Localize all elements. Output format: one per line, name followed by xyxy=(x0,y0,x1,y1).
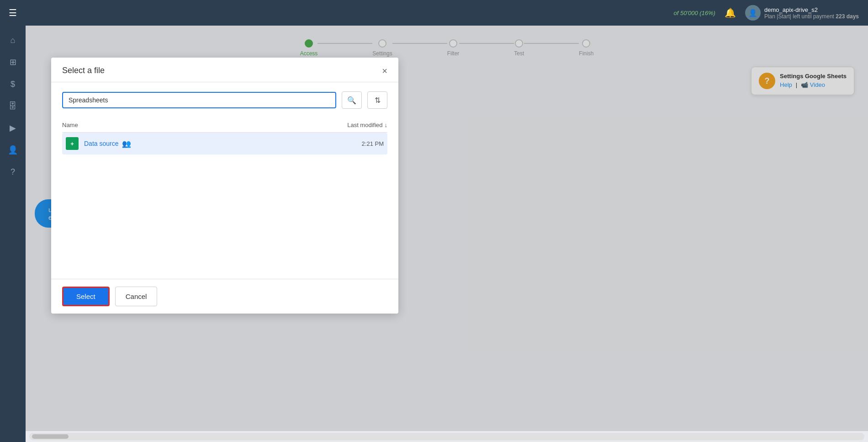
sidebar-item-billing[interactable]: $ xyxy=(3,74,23,94)
sort-icon: ⇅ xyxy=(375,96,381,105)
dialog-header: Select a file × xyxy=(51,58,398,82)
search-input-wrap xyxy=(62,92,336,108)
profile-icon: 👤 xyxy=(8,145,18,155)
content-area: Access Settings Filter Test xyxy=(26,26,868,442)
menu-icon: ☰ xyxy=(9,7,17,18)
dialog-body: 🔍 ⇅ Name Last modified ↓ xyxy=(51,82,398,279)
shared-icon: 👥 xyxy=(122,139,131,148)
hamburger-menu[interactable]: ☰ xyxy=(0,0,26,26)
plan-info: Plan |Start| left until payment 223 days xyxy=(764,13,859,20)
search-input[interactable] xyxy=(62,92,336,108)
sort-button[interactable]: ⇅ xyxy=(367,91,387,109)
file-spreadsheet-icon: + xyxy=(66,137,79,150)
select-button[interactable]: Select xyxy=(62,287,110,306)
dialog-footer: Select Cancel xyxy=(51,279,398,314)
dialog-close-button[interactable]: × xyxy=(382,66,387,75)
sort-arrow-icon: ↓ xyxy=(385,122,388,128)
billing-icon: $ xyxy=(11,80,15,89)
sidebar-item-sources[interactable]: 🗄 xyxy=(3,96,23,116)
user-info: demo_apix-drive_s2 Plan |Start| left unt… xyxy=(764,6,859,20)
avatar-icon: 👤 xyxy=(748,9,757,17)
username: demo_apix-drive_s2 xyxy=(764,6,859,13)
file-name: Data source 👥 xyxy=(84,139,329,148)
scrollbar-thumb[interactable] xyxy=(32,434,69,439)
home-icon: ⌂ xyxy=(11,36,16,45)
dialog-title: Select a file xyxy=(62,66,105,75)
dialog-overlay: Select a file × 🔍 xyxy=(26,26,868,431)
sidebar: ⌂ ⊞ $ 🗄 ▶ 👤 ? xyxy=(0,26,26,442)
search-row: 🔍 ⇅ xyxy=(62,91,387,109)
avatar: 👤 xyxy=(745,5,761,21)
cancel-button[interactable]: Cancel xyxy=(115,287,158,306)
file-list-header: Name Last modified ↓ xyxy=(62,118,387,133)
usage-stats: of 50'000 (16%) xyxy=(674,10,715,16)
topbar: ☰ of 50'000 (16%) 🔔 👤 demo_apix-drive_s2… xyxy=(0,0,868,26)
sidebar-item-home[interactable]: ⌂ xyxy=(3,30,23,50)
file-list: + Data source 👥 2:21 PM xyxy=(62,133,387,270)
search-icon: 🔍 xyxy=(347,96,356,105)
sidebar-item-integrations[interactable]: ⊞ xyxy=(3,52,23,72)
notification-bell[interactable]: 🔔 xyxy=(725,7,736,18)
page-background: Access Settings Filter Test xyxy=(26,26,868,431)
search-button[interactable]: 🔍 xyxy=(342,91,362,109)
column-modified[interactable]: Last modified ↓ xyxy=(347,122,387,128)
help-icon: ? xyxy=(11,167,15,177)
integrations-icon: ⊞ xyxy=(10,57,16,67)
horizontal-scrollbar[interactable] xyxy=(29,433,864,440)
column-name: Name xyxy=(62,122,347,128)
topbar-right: of 50'000 (16%) 🔔 👤 demo_apix-drive_s2 P… xyxy=(674,5,859,21)
sidebar-item-profile[interactable]: 👤 xyxy=(3,140,23,160)
sidebar-item-help[interactable]: ? xyxy=(3,162,23,182)
file-modified-time: 2:21 PM xyxy=(329,140,384,147)
user-menu[interactable]: 👤 demo_apix-drive_s2 Plan |Start| left u… xyxy=(745,5,859,21)
file-row[interactable]: + Data source 👥 2:21 PM xyxy=(62,133,387,154)
sources-icon: 🗄 xyxy=(9,101,17,111)
file-select-dialog: Select a file × 🔍 xyxy=(51,58,398,314)
media-icon: ▶ xyxy=(10,123,16,133)
main-layout: ⌂ ⊞ $ 🗄 ▶ 👤 ? Access xyxy=(0,26,868,442)
sidebar-item-media[interactable]: ▶ xyxy=(3,118,23,138)
